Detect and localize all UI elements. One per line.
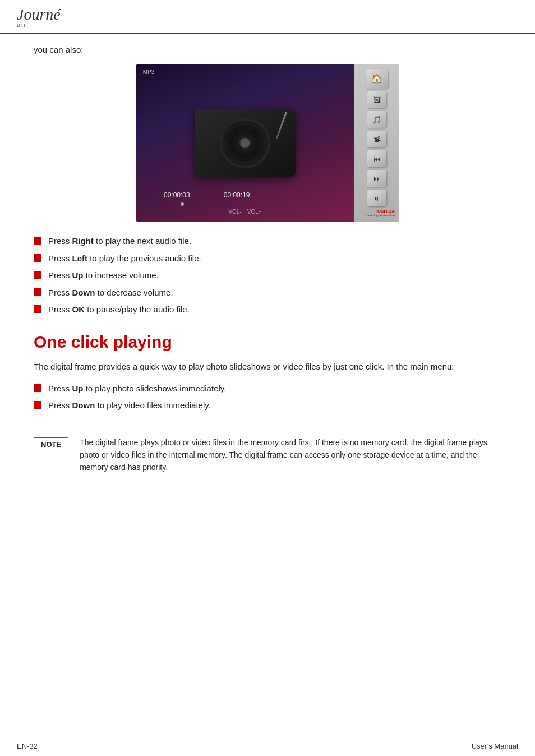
key-right: Right [72,236,94,246]
list-item: Press Down to decrease volume. [34,287,501,299]
note-label: NOTE [34,437,68,451]
btn-home: 🏠 [366,69,388,89]
bullet-icon [34,271,41,279]
list-item-text: Press Up to increase volume. [48,269,159,282]
btn-photo: 🖼 [367,91,386,108]
note-container: NOTE The digital frame plays photo or vi… [34,428,501,482]
header: Journé air [0,0,535,34]
one-click-bullet-list: Press Up to play photo slideshows immedi… [34,382,501,412]
list-item: Press Left to play the previous audio fi… [34,252,501,265]
list-item: Press Up to increase volume. [34,269,501,282]
key-up: Up [72,270,84,280]
turntable-record [220,118,270,168]
screen-times: 00:00:03 00:00:19 [164,191,250,199]
device-image-container: .MP3 00:00:03 [34,64,501,222]
list-item: Press Up to play photo slideshows immedi… [34,382,501,395]
bullet-icon [34,305,41,313]
key-left: Left [72,253,88,263]
bullet-icon [34,254,41,262]
bullet-icon [34,237,41,245]
record-arm [276,112,287,139]
section-heading: One click playing [34,332,501,352]
logo-area: Journé air [17,7,61,28]
screen-controls: VOL- VOL+ [228,209,261,215]
toshiba-label: TOSHIBA Leading Innovation [366,209,395,217]
device-buttons-panel: 🏠 🖼 🎵 📽 ⏮ ⏭ ⏯ [354,64,399,222]
device-image: .MP3 00:00:03 [136,64,399,222]
device-screen: .MP3 00:00:03 [136,64,354,222]
screen-header: .MP3 [141,69,154,75]
logo-text: Journé [17,7,61,22]
btn-video: 📽 [367,131,386,147]
audio-bullet-list: Press Right to play the next audio file.… [34,235,501,316]
list-item-text: Press OK to pause/play the audio file. [48,303,190,316]
section-intro: The digital frame provides a quick way t… [34,360,501,374]
vol-minus-label: VOL- [228,209,241,215]
page-container: Journé air you can also: .MP3 [0,0,535,756]
footer: EN-32 User’s Manual [0,736,535,756]
turntable-base [195,109,296,177]
list-item-text: Press Right to play the next audio file. [48,235,191,248]
time-total: 00:00:19 [224,191,250,199]
key-up-2: Up [72,384,84,393]
note-text: The digital frame plays photo or video f… [80,436,501,474]
list-item: Press Down to play video files immediate… [34,399,501,412]
list-item-text: Press Left to play the previous audio fi… [48,252,201,265]
list-item-text: Press Down to play video files immediate… [48,399,211,412]
bullet-icon [34,401,41,409]
list-item: Press Right to play the next audio file. [34,235,501,248]
footer-manual-label: User’s Manual [472,742,518,750]
key-down: Down [72,288,95,297]
btn-music: 🎵 [367,111,386,128]
vol-plus-label: VOL+ [247,209,262,215]
time-elapsed: 00:00:03 [164,191,190,199]
list-item-text: Press Down to decrease volume. [48,287,173,299]
bullet-icon [34,384,41,392]
main-content: you can also: .MP3 [0,34,535,516]
key-ok: OK [72,305,85,314]
screen-dot [181,202,184,206]
bullet-icon [34,288,41,296]
intro-text: you can also: [34,45,501,54]
footer-page-number: EN-32 [17,742,38,750]
turntable-area [189,98,301,188]
btn-next: ⏭ [367,170,386,187]
list-item-text: Press Up to play photo slideshows immedi… [48,382,226,395]
btn-prev: ⏮ [367,150,386,167]
btn-playpause: ⏯ [367,190,386,206]
logo-subtext: air [17,21,27,28]
key-down-2: Down [72,400,95,410]
list-item: Press OK to pause/play the audio file. [34,303,501,316]
